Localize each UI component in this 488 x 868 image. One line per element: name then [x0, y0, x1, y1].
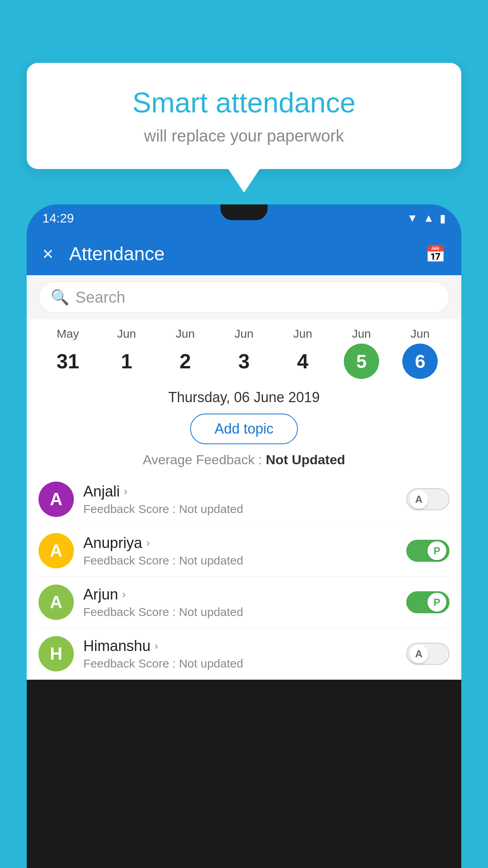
- list-item[interactable]: A Arjun › Feedback Score : Not updated P: [35, 577, 453, 628]
- cal-month-5: Jun: [352, 327, 371, 340]
- add-topic-button[interactable]: Add topic: [190, 414, 298, 444]
- phone-screen: 🔍 Search May 31 Jun 1 Jun 2 Jun 3: [27, 275, 461, 680]
- cal-month-4: Jun: [293, 327, 312, 340]
- speech-bubble-subtitle: will replace your paperwork: [58, 127, 430, 145]
- search-bar[interactable]: 🔍 Search: [39, 281, 449, 313]
- toggle-container[interactable]: A: [406, 488, 449, 510]
- student-name: Anupriya ›: [83, 535, 397, 552]
- toggle-knob: A: [409, 644, 428, 663]
- cal-date-5: 5: [344, 344, 379, 379]
- cal-date-6: 6: [402, 344, 438, 379]
- status-time: 14:29: [42, 211, 74, 226]
- cal-day-5[interactable]: Jun 5: [332, 327, 391, 379]
- cal-date-2: 2: [168, 344, 203, 379]
- cal-month-6: Jun: [411, 327, 429, 340]
- cal-date-1: 1: [109, 344, 144, 379]
- status-icons: ▼ ▲ ▮: [407, 212, 446, 225]
- cal-month-0: May: [57, 327, 79, 340]
- app-bar-title: Attendance: [69, 243, 409, 265]
- selected-date-label: Thursday, 06 June 2019: [27, 383, 461, 410]
- avg-feedback-label: Average Feedback :: [143, 452, 262, 467]
- feedback-score: Feedback Score : Not updated: [83, 605, 397, 619]
- notch: [220, 204, 268, 220]
- app-bar: × Attendance 📅: [27, 232, 461, 275]
- student-info: Anjali › Feedback Score : Not updated: [83, 483, 397, 516]
- cal-month-1: Jun: [117, 327, 136, 340]
- student-name: Arjun ›: [83, 586, 397, 603]
- feedback-score: Feedback Score : Not updated: [83, 554, 397, 567]
- attendance-toggle[interactable]: A: [406, 488, 449, 510]
- chevron-right-icon: ›: [146, 537, 150, 549]
- toggle-knob: A: [409, 490, 428, 509]
- search-bar-container: 🔍 Search: [27, 275, 461, 319]
- cal-day-6[interactable]: Jun 6: [391, 327, 449, 379]
- avg-feedback: Average Feedback : Not Updated: [27, 448, 461, 474]
- avg-feedback-value: Not Updated: [266, 452, 345, 467]
- calendar-icon[interactable]: 📅: [425, 244, 446, 263]
- cal-month-3: Jun: [235, 327, 253, 340]
- chevron-right-icon: ›: [154, 640, 158, 652]
- list-item[interactable]: A Anupriya › Feedback Score : Not update…: [35, 525, 453, 577]
- student-info: Anupriya › Feedback Score : Not updated: [83, 535, 397, 567]
- speech-bubble-tail: [228, 169, 260, 193]
- wifi-icon: ▼: [407, 212, 418, 224]
- cal-day-3[interactable]: Jun 3: [215, 327, 273, 379]
- cal-month-2: Jun: [176, 327, 194, 340]
- student-list: A Anjali › Feedback Score : Not updated …: [27, 474, 461, 680]
- battery-icon: ▮: [440, 212, 446, 225]
- cal-day-0[interactable]: May 31: [39, 327, 97, 379]
- student-name: Himanshu ›: [83, 638, 397, 655]
- student-info: Arjun › Feedback Score : Not updated: [83, 586, 397, 619]
- cal-day-4[interactable]: Jun 4: [273, 327, 332, 379]
- speech-bubble-title: Smart attendance: [58, 86, 430, 119]
- close-button[interactable]: ×: [42, 243, 53, 265]
- phone-frame: 14:29 ▼ ▲ ▮ × Attendance 📅 🔍 Search May …: [27, 204, 461, 868]
- speech-bubble: Smart attendance will replace your paper…: [27, 63, 461, 169]
- avatar: A: [39, 482, 74, 517]
- student-info: Himanshu › Feedback Score : Not updated: [83, 638, 397, 670]
- chevron-right-icon: ›: [124, 485, 127, 498]
- feedback-score: Feedback Score : Not updated: [83, 657, 397, 670]
- search-icon: 🔍: [51, 289, 69, 306]
- cal-day-2[interactable]: Jun 2: [156, 327, 215, 379]
- cal-date-0: 31: [50, 344, 86, 379]
- toggle-container[interactable]: P: [406, 540, 449, 562]
- toggle-knob: P: [427, 541, 446, 560]
- status-bar: 14:29 ▼ ▲ ▮: [27, 204, 461, 232]
- toggle-container[interactable]: A: [406, 643, 449, 665]
- feedback-score: Feedback Score : Not updated: [83, 502, 397, 516]
- attendance-toggle[interactable]: P: [406, 591, 449, 613]
- student-name: Anjali ›: [83, 483, 397, 500]
- search-placeholder: Search: [75, 289, 125, 306]
- toggle-container[interactable]: P: [406, 591, 449, 613]
- chevron-right-icon: ›: [122, 588, 126, 601]
- cal-date-3: 3: [226, 344, 262, 379]
- toggle-knob: P: [427, 593, 446, 612]
- list-item[interactable]: A Anjali › Feedback Score : Not updated …: [35, 474, 453, 525]
- attendance-toggle[interactable]: P: [406, 540, 449, 562]
- calendar-strip: May 31 Jun 1 Jun 2 Jun 3 Jun 4 Jun 5: [27, 319, 461, 383]
- cal-date-4: 4: [285, 344, 320, 379]
- cal-day-1[interactable]: Jun 1: [97, 327, 156, 379]
- avatar: A: [39, 533, 74, 568]
- avatar: A: [39, 585, 74, 620]
- attendance-toggle[interactable]: A: [406, 643, 449, 665]
- signal-icon: ▲: [423, 212, 434, 224]
- list-item[interactable]: H Himanshu › Feedback Score : Not update…: [35, 628, 453, 680]
- avatar: H: [39, 636, 74, 671]
- speech-bubble-container: Smart attendance will replace your paper…: [27, 63, 461, 193]
